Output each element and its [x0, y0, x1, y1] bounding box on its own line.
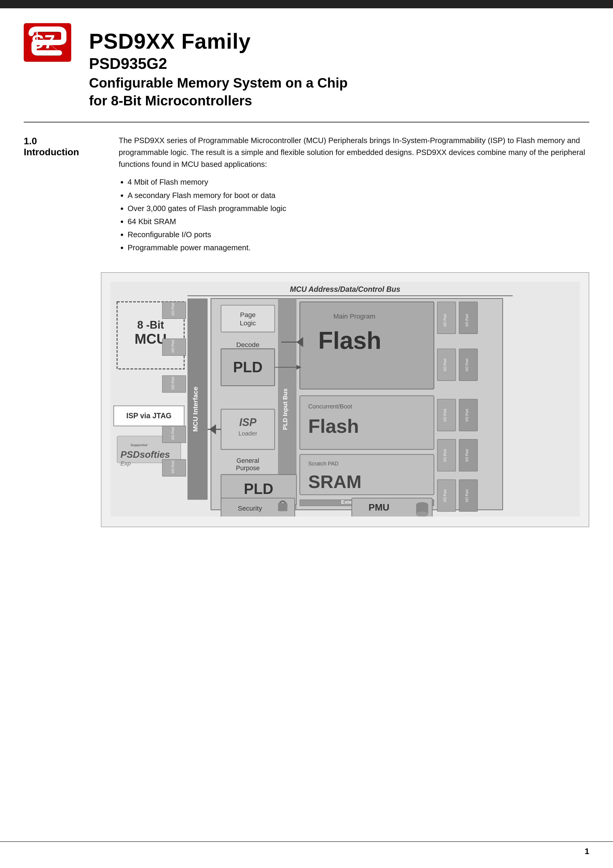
list-item: A secondary Flash memory for boot or dat… [128, 189, 589, 202]
svg-text:Flash: Flash [318, 327, 382, 354]
svg-text:Loader: Loader [238, 430, 257, 436]
list-item: Reconfigurable I/O ports [128, 228, 589, 241]
svg-text:I/O Port: I/O Port [443, 449, 447, 462]
svg-text:I/O Port: I/O Port [443, 358, 447, 371]
block-diagram: MCU Address/Data/Control Bus 8 -Bit MCU … [101, 272, 589, 527]
logo-area: S7 [24, 20, 71, 62]
svg-rect-32 [221, 409, 275, 450]
svg-text:Exp: Exp [121, 460, 131, 467]
svg-text:I/O Port: I/O Port [171, 377, 175, 389]
page-number: 1 [585, 846, 589, 856]
svg-text:I/O Port: I/O Port [171, 339, 175, 352]
svg-text:Scratch PAD: Scratch PAD [308, 461, 339, 467]
svg-text:8 -Bit: 8 -Bit [137, 319, 164, 331]
bus-label: MCU Address/Data/Control Bus [290, 285, 400, 293]
svg-rect-26 [221, 305, 275, 332]
intro-paragraph: The PSD9XX series of Programmable Microc… [119, 135, 589, 170]
title-area: PSD9XX Family PSD935G2 Configurable Memo… [89, 20, 348, 110]
svg-text:PLD: PLD [244, 480, 273, 497]
svg-text:I/O Port: I/O Port [465, 408, 469, 421]
footer: 1 [0, 841, 613, 856]
svg-rect-56 [278, 503, 288, 511]
svg-text:PLD Input Bus: PLD Input Bus [282, 388, 288, 430]
svg-text:I/O Port: I/O Port [465, 449, 469, 462]
svg-text:MCU Interface: MCU Interface [192, 386, 199, 432]
svg-text:I/O Port: I/O Port [171, 426, 175, 439]
svg-text:Supported: Supported [130, 443, 148, 446]
desc-title: Configurable Memory System on a Chipfor … [89, 74, 348, 110]
section-number: 1.0 [24, 136, 101, 147]
svg-text:I/O Port: I/O Port [443, 314, 447, 327]
svg-text:I/O Port: I/O Port [465, 358, 469, 371]
svg-text:Decode: Decode [236, 341, 259, 349]
svg-text:General: General [237, 457, 259, 464]
list-item: Programmable power management. [128, 241, 589, 254]
svg-text:PMU: PMU [368, 502, 389, 512]
svg-text:MCU: MCU [135, 331, 167, 347]
introduction-section: 1.0 Introduction The PSD9XX series of Pr… [0, 122, 613, 266]
list-item: 4 Mbit of Flash memory [128, 175, 589, 189]
section-label: 1.0 Introduction [24, 135, 101, 254]
svg-text:ISP via JTAG: ISP via JTAG [126, 411, 172, 420]
svg-text:ISP: ISP [239, 416, 257, 428]
svg-text:I/O Port: I/O Port [465, 489, 469, 502]
svg-text:Security: Security [238, 504, 262, 512]
svg-text:Page: Page [240, 311, 256, 318]
feature-list: 4 Mbit of Flash memory A secondary Flash… [119, 175, 589, 254]
svg-text:PSDsofties: PSDsofties [121, 449, 170, 460]
list-item: 64 Kbit SRAM [128, 215, 589, 228]
svg-text:PLD: PLD [233, 359, 263, 375]
svg-text:I/O Port: I/O Port [465, 314, 469, 327]
list-item: Over 3,000 gates of Flash programmable l… [128, 202, 589, 215]
svg-text:Logic: Logic [240, 319, 256, 327]
st-logo: S7 [24, 23, 71, 62]
svg-text:Purpose: Purpose [236, 465, 260, 472]
top-bar [0, 0, 613, 8]
svg-text:Main Program: Main Program [333, 313, 375, 320]
section-name: Introduction [24, 147, 101, 158]
sub-title: PSD935G2 [89, 54, 348, 73]
svg-text:Flash: Flash [308, 415, 359, 437]
section-body: The PSD9XX series of Programmable Microc… [119, 135, 589, 254]
svg-text:SRAM: SRAM [308, 472, 362, 492]
svg-text:Concurrent/Boot: Concurrent/Boot [308, 403, 352, 410]
diagram-svg: MCU Address/Data/Control Bus 8 -Bit MCU … [110, 282, 580, 516]
svg-text:I/O Port: I/O Port [171, 302, 175, 315]
main-title: PSD9XX Family [89, 29, 348, 53]
svg-text:I/O Port: I/O Port [443, 489, 447, 502]
svg-text:I/O Port: I/O Port [443, 408, 447, 421]
svg-text:S7: S7 [30, 31, 56, 53]
header: S7 PSD9XX Family PSD935G2 Configurable M… [0, 8, 613, 116]
svg-text:I/O Port: I/O Port [171, 460, 175, 473]
